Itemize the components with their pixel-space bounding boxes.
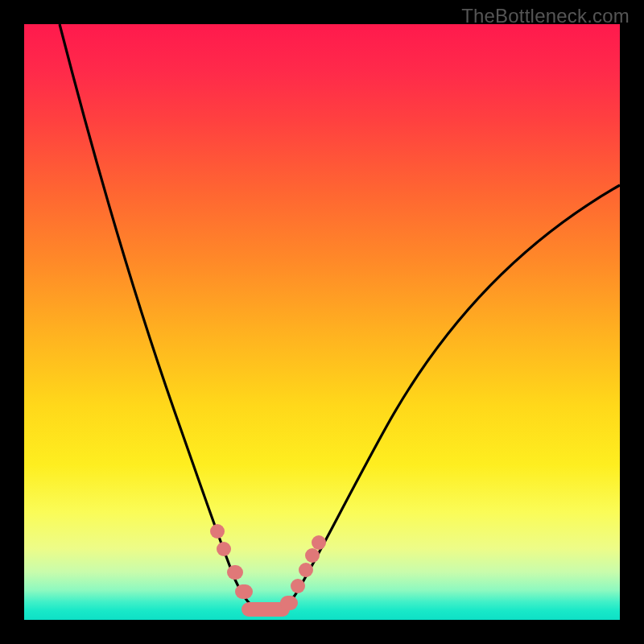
outer-frame: TheBottleneck.com — [0, 0, 644, 644]
highlight-marker-group — [210, 524, 326, 617]
chart-svg — [24, 24, 620, 620]
highlight-marker — [299, 563, 313, 577]
highlight-marker — [312, 535, 326, 550]
highlight-marker — [217, 542, 231, 556]
highlight-marker — [305, 548, 320, 563]
highlight-marker — [227, 565, 243, 580]
highlight-marker — [291, 579, 305, 593]
highlight-marker — [235, 584, 253, 599]
highlight-marker — [210, 524, 225, 539]
bottleneck-curve-line — [60, 24, 620, 613]
highlight-marker — [280, 596, 298, 610]
plot-area — [24, 24, 620, 620]
